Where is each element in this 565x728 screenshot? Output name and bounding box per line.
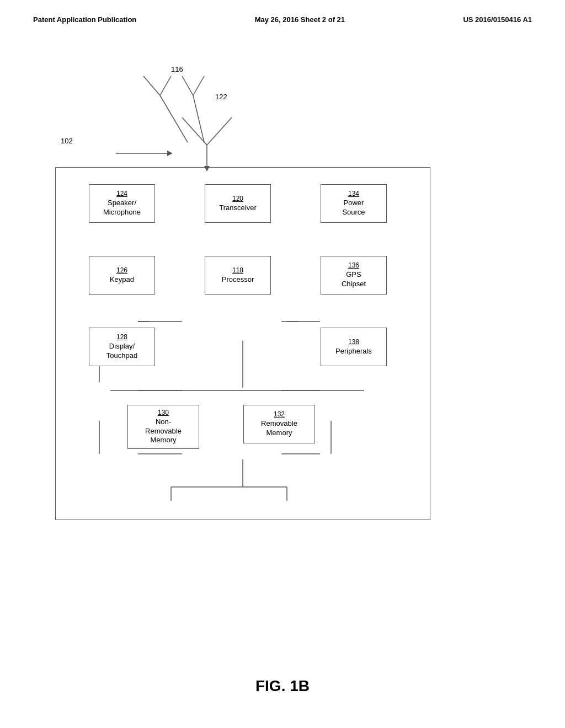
nonremovable-box: 130 Non-RemovableMemory (127, 405, 199, 449)
label-122: 122 (215, 93, 227, 101)
svg-line-4 (182, 76, 193, 95)
svg-line-3 (160, 76, 171, 95)
header-center: May 26, 2016 Sheet 2 of 21 (255, 15, 345, 24)
gps-box: 136 GPSChipset (321, 256, 387, 295)
display-box: 128 Display/Touchpad (89, 328, 155, 366)
peripherals-label: Peripherals (335, 347, 372, 356)
display-label: Display/Touchpad (106, 342, 137, 361)
svg-line-1 (193, 95, 204, 142)
power-label: PowerSource (342, 199, 365, 217)
transceiver-ref: 120 (232, 195, 243, 202)
header-right: US 2016/0150416 A1 (463, 15, 532, 24)
power-box: 134 PowerSource (321, 184, 387, 223)
keypad-ref: 126 (116, 266, 127, 274)
page: Patent Application Publication May 26, 2… (0, 0, 565, 728)
power-ref: 134 (348, 190, 359, 197)
main-box: 120 Transceiver 124 Speaker/Microphone 1… (55, 167, 430, 520)
nonremovable-ref: 130 (158, 409, 169, 416)
peripherals-ref: 138 (348, 338, 359, 346)
svg-line-5 (193, 76, 204, 95)
speaker-ref: 124 (116, 190, 127, 197)
keypad-box: 126 Keypad (89, 256, 155, 295)
diagram-area: 116 122 102 120 Transceiver 124 Speaker/… (0, 35, 565, 575)
removable-box: 132 RemovableMemory (243, 405, 315, 443)
svg-line-2 (143, 76, 160, 95)
figure-caption: FIG. 1B (0, 677, 565, 695)
gps-label: GPSChipset (342, 270, 366, 289)
keypad-label: Keypad (110, 275, 134, 285)
display-ref: 128 (116, 333, 127, 341)
label-102: 102 (61, 137, 73, 145)
svg-line-6 (182, 117, 207, 145)
removable-label: RemovableMemory (261, 419, 297, 438)
processor-label: Processor (222, 275, 254, 285)
page-header: Patent Application Publication May 26, 2… (0, 0, 565, 24)
transceiver-label: Transceiver (219, 204, 256, 213)
svg-line-7 (207, 117, 232, 145)
speaker-box: 124 Speaker/Microphone (89, 184, 155, 223)
svg-line-0 (160, 95, 188, 142)
peripherals-box: 138 Peripherals (321, 328, 387, 366)
processor-ref: 118 (232, 266, 243, 274)
processor-box: 118 Processor (205, 256, 271, 295)
speaker-label: Speaker/Microphone (103, 199, 141, 217)
header-left: Patent Application Publication (33, 15, 136, 24)
nonremovable-label: Non-RemovableMemory (145, 417, 182, 446)
svg-marker-11 (167, 151, 173, 156)
label-116: 116 (171, 65, 183, 73)
removable-ref: 132 (274, 410, 285, 418)
caption-text: FIG. 1B (255, 677, 310, 694)
gps-ref: 136 (348, 261, 359, 269)
transceiver-box: 120 Transceiver (205, 184, 271, 223)
